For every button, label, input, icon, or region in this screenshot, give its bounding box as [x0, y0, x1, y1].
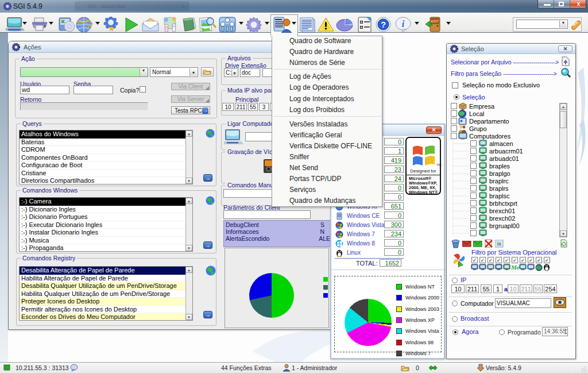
svg-text:?: ? [381, 20, 386, 29]
svg-text:EXIT: EXIT [431, 20, 439, 23]
svg-text:ia: ia [497, 241, 501, 247]
svg-text:i: i [402, 19, 405, 29]
